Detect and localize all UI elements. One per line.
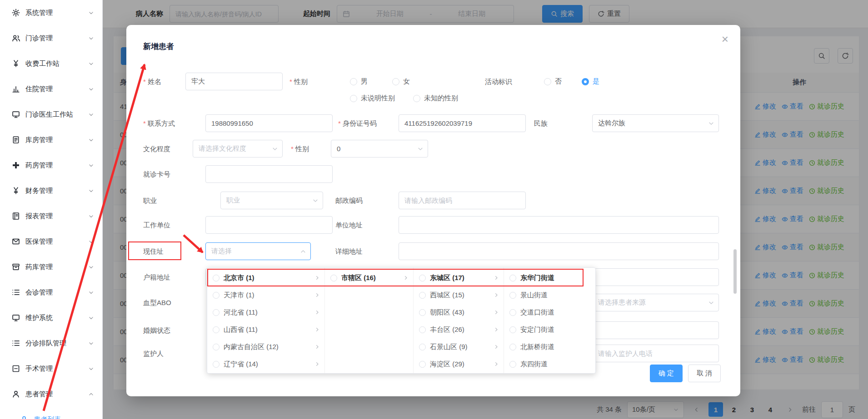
radio-icon (509, 275, 516, 281)
cascader-option[interactable]: 山西省 (11) (207, 321, 324, 338)
chevron-right-icon (314, 275, 320, 281)
cascader-option[interactable]: 内蒙古自治区 (12) (207, 338, 324, 355)
household-address-label: 户籍地址 (143, 268, 170, 286)
visit-card-input[interactable] (205, 165, 333, 183)
cascader-column-4: 东华门街道景山街道交道口街道安定门街道北新桥街道东四街道 (504, 268, 596, 373)
cascader-option-label: 海淀区 (29) (430, 360, 489, 369)
sidebar-item-11[interactable]: 会诊管理 (0, 280, 102, 305)
cascader-option[interactable]: 东城区 (17) (414, 269, 504, 286)
sidebar-item-15[interactable]: 患者管理 (0, 381, 102, 407)
sidebar-item-6[interactable]: 药房管理 (0, 153, 102, 178)
sidebar-subitem-label: 患者列表 (34, 415, 94, 419)
cascader-option-label: 石景山区 (9) (430, 343, 489, 351)
sidebar-item-1[interactable]: 门诊管理 (0, 25, 102, 51)
gender2-label: 性别 (291, 140, 309, 158)
patient-source-select[interactable]: 请选择患者来源 (592, 294, 719, 311)
work-unit-input[interactable] (205, 216, 333, 234)
gender2-select[interactable]: 0 (331, 140, 428, 158)
chevron-right-icon (494, 275, 499, 281)
sidebar-item-patient-list[interactable]: 患者列表 (0, 407, 102, 419)
occupation-select[interactable]: 职业 (220, 192, 323, 209)
chevron-down-icon (88, 366, 94, 372)
cascader-option[interactable]: 东四街道 (504, 355, 596, 373)
sidebar-item-2[interactable]: 收费工作站 (0, 51, 102, 76)
cascader-option[interactable]: 天津市 (1) (207, 286, 324, 304)
cascader-option[interactable]: 朝阳区 (43) (414, 304, 504, 321)
cascader-option-label: 东四街道 (520, 360, 592, 369)
radio-icon (509, 326, 516, 333)
sidebar-item-label: 患者管理 (25, 390, 83, 399)
current-address-cascader-trigger[interactable]: 请选择 (205, 242, 311, 260)
gender-radio-male[interactable]: 男 (350, 73, 368, 90)
chevron-right-icon (403, 275, 409, 281)
chevron-down-icon (88, 10, 94, 16)
radio-checked-icon (582, 78, 589, 85)
list-icon (12, 339, 20, 347)
sidebar-item-12[interactable]: 维护系统 (0, 305, 102, 330)
sidebar-item-8[interactable]: 报表管理 (0, 203, 102, 229)
cascader-option[interactable]: 海淀区 (29) (414, 355, 504, 373)
active-flag-radio-no[interactable]: 否 (544, 73, 562, 90)
sidebar-item-3[interactable]: 住院管理 (0, 76, 102, 102)
unit-address-input[interactable] (399, 216, 719, 234)
cascader-option[interactable]: 辽宁省 (14) (207, 355, 324, 373)
gender-radio-unknown[interactable]: 未知的性别 (413, 89, 458, 107)
detail-address-input[interactable] (399, 242, 719, 260)
gender-radio-unstated[interactable]: 未说明性别 (350, 89, 395, 107)
ethnicity-select[interactable]: 达斡尔族 (592, 114, 719, 132)
cascader-option-label: 交道口街道 (520, 308, 592, 317)
cascader-option-label: 北京市 (1) (224, 274, 310, 282)
medical-cross-icon (12, 161, 20, 169)
radio-icon (509, 292, 516, 299)
radio-icon (544, 78, 551, 85)
sidebar-item-4[interactable]: 门诊医生工作站 (0, 102, 102, 127)
cascader-option[interactable]: 西城区 (15) (414, 286, 504, 304)
chevron-down-icon (312, 197, 319, 204)
cascader-option[interactable]: 河北省 (11) (207, 304, 324, 321)
cascader-option[interactable]: 石景山区 (9) (414, 338, 504, 355)
guardian-phone-input[interactable] (592, 345, 719, 362)
sidebar-item-5[interactable]: 库房管理 (0, 127, 102, 153)
current-address-label: 现住址 (143, 242, 164, 260)
user-icon (12, 390, 20, 398)
sidebar-item-7[interactable]: 财务管理 (0, 178, 102, 203)
sidebar: 系统管理门诊管理收费工作站住院管理门诊医生工作站库房管理药房管理财务管理报表管理… (0, 0, 103, 419)
sidebar-item-10[interactable]: 药库管理 (0, 254, 102, 280)
cascader-option[interactable]: 东华门街道 (504, 269, 596, 286)
chevron-down-icon (88, 61, 94, 67)
education-select[interactable]: 请选择文化程度 (193, 140, 283, 158)
cascader-option[interactable]: 安定门街道 (504, 321, 596, 338)
gender-radio-female[interactable]: 女 (392, 73, 410, 90)
right-column-input[interactable] (592, 321, 719, 339)
name-input[interactable] (185, 73, 283, 90)
close-icon[interactable]: × (719, 30, 731, 48)
cascader-option[interactable]: 丰台区 (26) (414, 321, 504, 338)
id-number-input[interactable] (399, 114, 526, 132)
sidebar-item-0[interactable]: 系统管理 (0, 0, 102, 25)
radio-icon (350, 78, 357, 85)
cascader-option[interactable]: 市辖区 (16) (325, 269, 413, 286)
chevron-down-icon (708, 300, 714, 306)
cascader-option-label: 内蒙古自治区 (12) (224, 343, 310, 351)
chevron-down-icon (708, 120, 714, 127)
sidebar-item-13[interactable]: 分诊排队管理 (0, 330, 102, 356)
sidebar-item-14[interactable]: 手术管理 (0, 356, 102, 381)
chart-icon (12, 85, 20, 93)
cascader-column-1: 北京市 (1)天津市 (1)河北省 (11)山西省 (11)内蒙古自治区 (12… (207, 268, 325, 373)
yen-icon (12, 59, 20, 68)
cascader-option[interactable]: 北京市 (1) (207, 269, 324, 286)
cascader-option[interactable]: 景山街道 (504, 286, 596, 304)
postal-input[interactable] (399, 192, 526, 209)
sidebar-item-9[interactable]: 医保管理 (0, 229, 102, 254)
sidebar-item-label: 门诊管理 (25, 34, 83, 43)
contact-input[interactable] (205, 114, 333, 132)
cascader-option[interactable]: 北新桥街道 (504, 338, 596, 355)
confirm-button[interactable]: 确 定 (650, 365, 683, 382)
add-patient-modal: 新增患者 × 姓名 性别 男 女 未说明性别 未知的性别 活动标识 否 是 联系… (126, 25, 740, 396)
cascader-option[interactable]: 交道口街道 (504, 304, 596, 321)
radio-icon (330, 275, 337, 281)
cascader-option-label: 西城区 (15) (430, 291, 489, 300)
cancel-button[interactable]: 取 消 (688, 365, 721, 382)
modal-scrollbar[interactable] (733, 249, 737, 294)
active-flag-radio-yes[interactable]: 是 (582, 73, 599, 90)
